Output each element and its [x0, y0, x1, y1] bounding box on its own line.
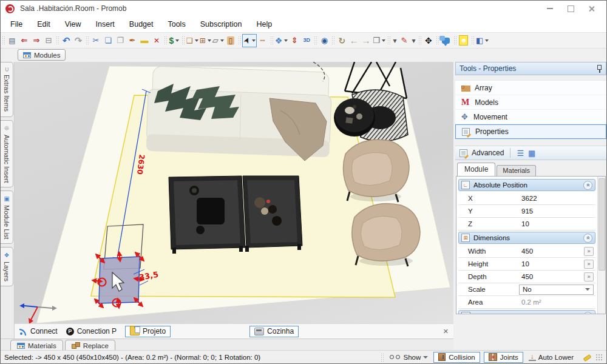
save-icon[interactable]: ▤ [6, 34, 18, 47]
rotate-view-icon[interactable]: ↻ [336, 34, 348, 47]
undo-icon[interactable]: ↶ [60, 34, 72, 47]
tab-module[interactable]: Module [457, 163, 495, 176]
export-icon[interactable]: ⇒ [30, 34, 42, 47]
scene-svg[interactable]: 2630 33,5 [15, 62, 453, 324]
scrollbar-thumb[interactable] [599, 178, 605, 271]
apply-style-icon[interactable]: ✒ [126, 34, 138, 47]
door-dimensions-icon[interactable]: ⇕ [288, 34, 300, 47]
paste-icon[interactable]: ❐ [114, 34, 126, 47]
dropdown-caret-icon[interactable] [208, 39, 211, 42]
section-dimensions[interactable]: ⊞ Dimensions » [458, 232, 595, 244]
dropdown-caret-icon[interactable] [195, 39, 198, 42]
minimize-button[interactable] [540, 1, 560, 16]
height-field[interactable]: 10 [519, 260, 584, 268]
coffee-table-2[interactable] [243, 176, 302, 252]
dropdown-caret-icon[interactable] [284, 39, 288, 42]
wrench-icon[interactable] [582, 353, 592, 362]
collapse-icon[interactable]: » [583, 312, 592, 314]
sidebar-tab-automatic-insert[interactable]: ❊ Automatic Insert [1, 120, 13, 187]
delete-icon[interactable]: ✕ [151, 34, 163, 47]
view-cube-icon[interactable]: ❒ [372, 34, 386, 47]
overflow-1-icon[interactable]: ▾ [392, 34, 398, 47]
paint-icon[interactable]: ▬ [138, 34, 151, 47]
connect-tab[interactable]: Connect [19, 326, 58, 337]
copy-icon[interactable]: ❏ [102, 34, 114, 47]
select-icon[interactable]: ➤ [242, 34, 257, 47]
sidebar-tab-module-list[interactable]: ▣ Module List [1, 190, 13, 244]
tool-array[interactable]: Array [455, 81, 606, 95]
layers-icon[interactable]: ❖ [274, 34, 289, 47]
scale-select[interactable]: No [519, 285, 594, 295]
tool-movement[interactable]: ✥ Movement [455, 110, 606, 124]
distribute-icon[interactable]: ⊞ [199, 34, 212, 47]
collapse-icon[interactable]: » [583, 234, 592, 243]
menu-item-view[interactable]: View [58, 20, 89, 29]
print-icon[interactable]: ⊟ [42, 34, 55, 47]
maximize-button[interactable] [560, 1, 581, 16]
pin-icon[interactable] [597, 65, 602, 73]
dropdown-caret-icon[interactable] [382, 39, 385, 42]
sidebar-tab-layers[interactable]: ❖ Layers [1, 247, 13, 286]
y-position-field[interactable]: 915 [519, 207, 595, 215]
draw-shape-icon[interactable]: ▱ [212, 34, 225, 47]
import-icon[interactable]: ⇐ [18, 34, 30, 47]
conection-p-tab[interactable]: P Conection P [66, 326, 117, 337]
modules-button[interactable]: Modules [18, 49, 66, 61]
width-field[interactable]: 450 [519, 248, 584, 255]
overflow-2-icon[interactable]: ▾ [410, 34, 417, 47]
chat-icon[interactable] [440, 34, 452, 47]
tool-models[interactable]: M Models [455, 95, 606, 110]
table-view-icon[interactable]: ▦ [528, 149, 535, 157]
measure-icon[interactable]: ┉ [257, 34, 269, 47]
dropdown-caret-icon[interactable] [485, 39, 489, 42]
lighting-icon[interactable]: ✎ [398, 34, 410, 47]
x-position-field[interactable]: 3622 [519, 195, 595, 202]
projeto-tab[interactable]: Projeto [125, 326, 171, 337]
collapse-icon[interactable]: » [583, 181, 592, 190]
collision-toggle[interactable]: Collision [433, 352, 480, 363]
display-settings-icon[interactable]: ◧ [475, 34, 489, 47]
bottom-bar-close-icon[interactable]: ✕ [443, 328, 449, 335]
group-modules-icon[interactable]: ❑ [186, 34, 199, 47]
redo-icon[interactable]: ↷ [72, 34, 84, 47]
section-others[interactable]: etc Others » [458, 310, 595, 314]
menu-item-help[interactable]: Help [249, 20, 279, 29]
dropdown-caret-icon[interactable] [252, 39, 256, 42]
cozinha-tab[interactable]: Cozinha [249, 326, 299, 337]
depth-field[interactable]: 450 [519, 273, 584, 280]
joints-toggle[interactable]: Joints [484, 352, 523, 363]
height-more-button[interactable]: » [584, 260, 594, 269]
visibility-icon[interactable]: ◉ [318, 34, 330, 47]
z-position-field[interactable]: 10 [519, 220, 595, 228]
tab-materials[interactable]: Materials [497, 165, 536, 176]
menu-item-insert[interactable]: Insert [89, 20, 122, 29]
menu-item-budget[interactable]: Budget [122, 20, 161, 29]
tool-properties[interactable]: Properties [455, 124, 606, 139]
menu-item-edit[interactable]: Edit [30, 20, 58, 29]
viewport-3d[interactable]: 2630 33,5 [14, 62, 453, 339]
grid-scrollbar[interactable] [597, 177, 605, 314]
side-table[interactable] [334, 98, 375, 136]
depth-more-button[interactable]: » [584, 272, 594, 281]
dropdown-caret-icon[interactable] [220, 39, 224, 42]
width-more-button[interactable]: » [584, 247, 594, 256]
close-button[interactable] [581, 1, 602, 16]
dropdown-caret-icon[interactable] [175, 39, 179, 42]
door-icon[interactable]: ▯ [225, 34, 237, 47]
move-module-icon[interactable]: ✥ [422, 34, 435, 47]
cut-icon[interactable]: ✂ [90, 34, 102, 47]
menu-item-subscription[interactable]: Subscription [193, 20, 249, 29]
menu-item-tools[interactable]: Tools [160, 20, 192, 29]
dimensions-3d-icon[interactable]: 3D [300, 34, 313, 47]
user-account-icon[interactable]: ☻ [458, 34, 470, 47]
sidebar-tab-extras-items[interactable]: ⊃ Extras Items [1, 62, 13, 117]
resize-grip[interactable] [595, 354, 603, 361]
list-view-icon[interactable]: ☰ [517, 149, 524, 157]
nav-back-icon[interactable]: ← [348, 34, 360, 47]
budget-icon[interactable]: $ [168, 34, 180, 47]
section-absolute-position[interactable]: ∟ Absolute Position » [458, 179, 595, 191]
nav-forward-icon[interactable]: → [360, 34, 372, 47]
auto-lower-toggle[interactable]: ↓ Auto Lower [529, 353, 574, 361]
show-dropdown[interactable]: Show [390, 354, 429, 361]
menu-item-file[interactable]: File [3, 20, 30, 29]
